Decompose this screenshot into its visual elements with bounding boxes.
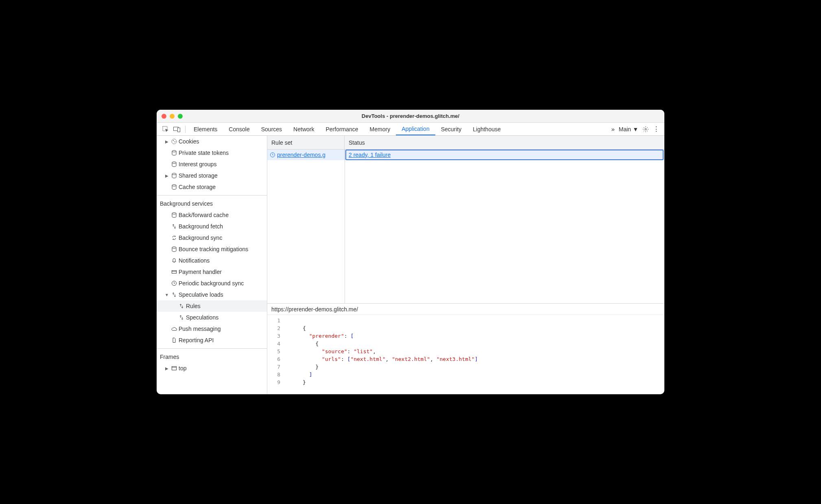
application-sidebar: ▶ Cookies ▶ Private state tokens ▶ Inter… [157,136,267,394]
ruleset-link[interactable]: prerender-demos.g [267,150,345,160]
sidebar-item-label: Background fetch [179,223,223,230]
svg-point-5 [173,140,174,141]
frame-icon [170,365,178,371]
svg-point-11 [172,213,176,214]
tab-security[interactable]: Security [435,123,467,135]
sidebar-item-notifications[interactable]: ▶ Notifications [157,255,267,266]
sidebar-item-bg-fetch[interactable]: ▶ Background fetch [157,221,267,232]
svg-point-10 [172,185,176,186]
minimize-window-button[interactable] [170,114,175,119]
database-icon [170,246,178,252]
svg-point-3 [645,128,646,130]
status-link-label: 2 ready, 1 failure [349,152,391,158]
database-icon [170,150,178,156]
ruleset-panel: Rule set Status prerender-demos.g 2 read… [267,136,664,394]
card-icon [170,269,178,275]
svg-point-6 [175,141,175,142]
window-title: DevTools - prerender-demos.glitch.me/ [362,113,459,119]
sidebar-item-bg-sync[interactable]: ▶ Background sync [157,232,267,243]
frame-selector[interactable]: Main ▼ [619,126,638,133]
column-header-ruleset[interactable]: Rule set [267,136,345,149]
code-content[interactable]: { "prerender": [ { "source": "list", "ur… [284,317,664,386]
tab-performance[interactable]: Performance [320,123,364,135]
svg-point-7 [172,150,176,152]
close-window-button[interactable] [162,114,166,119]
sidebar-item-label: Push messaging [179,326,221,332]
tab-memory[interactable]: Memory [364,123,396,135]
column-divider[interactable] [345,150,345,303]
sidebar-item-cookies[interactable]: ▶ Cookies [157,136,267,147]
table-row[interactable]: prerender-demos.g 2 ready, 1 failure [267,150,664,160]
sidebar-item-label: Rules [186,303,201,309]
status-link[interactable]: 2 ready, 1 failure [345,150,664,160]
tab-elements[interactable]: Elements [188,123,223,135]
window-controls [157,114,183,119]
svg-point-4 [172,139,177,144]
maximize-window-button[interactable] [178,114,183,119]
tab-console[interactable]: Console [223,123,255,135]
line-gutter: 1 2 3 4 5 6 7 8 9 [267,317,284,386]
sidebar-item-speculative-loads[interactable]: ▼ Speculative loads [157,289,267,300]
sidebar-item-payment-handler[interactable]: ▶ Payment handler [157,266,267,278]
database-icon [170,212,178,218]
svg-point-8 [172,162,176,163]
line-number: 4 [267,340,280,348]
svg-point-12 [172,247,176,248]
tab-application[interactable]: Application [396,123,435,135]
sidebar-item-speculations[interactable]: ▶ Speculations [157,312,267,323]
sidebar-item-reporting-api[interactable]: ▶ Reporting API [157,335,267,346]
document-icon [170,337,178,343]
ruleset-link-label: prerender-demos.g [277,152,325,158]
tab-lighthouse[interactable]: Lighthouse [467,123,507,135]
sidebar-item-label: Cache storage [179,184,216,190]
sidebar-item-label: Speculative loads [179,291,223,298]
sidebar-item-bfcache[interactable]: ▶ Back/forward cache [157,209,267,221]
clock-icon [270,152,275,158]
kebab-menu-icon[interactable]: ⋮ [653,125,659,133]
sidebar-item-label: Periodic background sync [179,280,244,287]
sidebar-item-label: Payment handler [179,269,222,275]
transfer-icon [178,315,185,320]
sidebar-item-label: Bounce tracking mitigations [179,246,248,252]
sidebar-item-push-messaging[interactable]: ▶ Push messaging [157,323,267,335]
sidebar-item-label: top [179,365,186,371]
tab-network[interactable]: Network [288,123,320,135]
sidebar-item-interest-groups[interactable]: ▶ Interest groups [157,159,267,170]
line-number: 1 [267,317,280,324]
sidebar-item-bounce-tracking[interactable]: ▶ Bounce tracking mitigations [157,243,267,255]
clock-icon [170,280,178,286]
inspect-element-icon[interactable] [160,124,171,135]
sidebar-item-label: Speculations [186,314,218,321]
cookie-icon [170,139,178,144]
sidebar-item-frames-top[interactable]: ▶ top [157,363,267,374]
column-header-status[interactable]: Status [345,136,664,149]
sidebar-item-shared-storage[interactable]: ▶ Shared storage [157,170,267,181]
tab-sources[interactable]: Sources [255,123,288,135]
line-number: 5 [267,348,280,355]
sidebar-item-label: Private state tokens [179,150,229,156]
database-icon [170,173,178,178]
devtools-window: DevTools - prerender-demos.glitch.me/ El… [157,110,664,394]
database-icon [170,161,178,167]
main-toolbar: Elements Console Sources Network Perform… [157,123,664,136]
line-number: 2 [267,324,280,332]
transfer-icon [170,292,178,298]
device-toolbar-icon[interactable] [171,124,183,135]
sidebar-item-label: Notifications [179,257,210,264]
sidebar-item-cache-storage[interactable]: ▶ Cache storage [157,181,267,193]
settings-icon[interactable] [642,126,649,133]
frame-selector-label: Main [619,126,631,133]
transfer-icon [178,303,185,309]
svg-rect-13 [172,271,177,274]
sidebar-item-rules[interactable]: ▶ Rules [157,300,267,312]
svg-rect-16 [172,367,177,370]
sidebar-item-label: Cookies [179,138,199,145]
ruleset-table-header: Rule set Status [267,136,664,150]
sidebar-item-private-state[interactable]: ▶ Private state tokens [157,147,267,159]
sidebar-item-periodic-sync[interactable]: ▶ Periodic background sync [157,278,267,289]
source-url-header: https://prerender-demos.glitch.me/ [267,304,664,315]
sync-icon [170,235,178,241]
line-number: 7 [267,363,280,371]
ruleset-table-body: prerender-demos.g 2 ready, 1 failure [267,150,664,304]
more-tabs-icon[interactable]: » [611,126,614,133]
